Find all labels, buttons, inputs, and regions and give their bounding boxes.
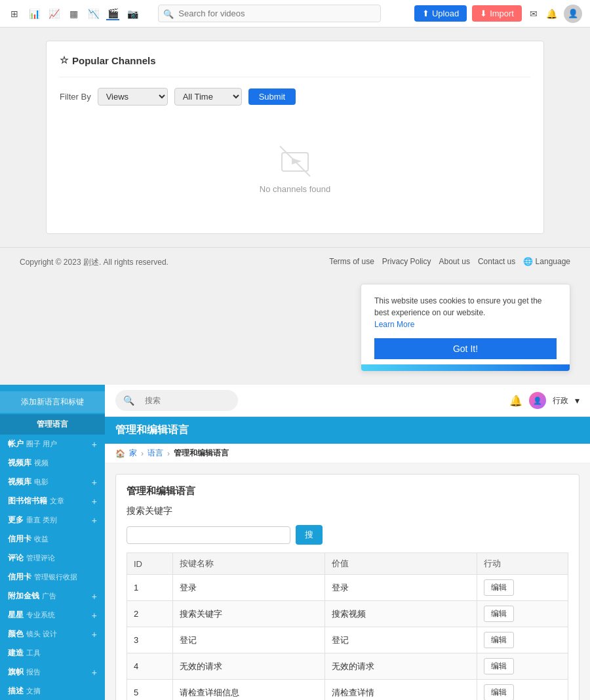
sidebar-item-description[interactable]: 描述 文摘: [0, 682, 105, 700]
keyword-search-input[interactable]: [127, 526, 290, 544]
popular-channels-card: ☆ Popular Channels Filter By ViewsSubscr…: [46, 41, 544, 234]
admin-bell-icon[interactable]: 🔔: [509, 395, 522, 407]
admin-content: 管理和编辑语言 搜索关键字 搜 ID 按键名称 价值: [105, 463, 590, 700]
col-value: 价值: [325, 553, 477, 575]
card-divider: [60, 77, 530, 77]
message-icon[interactable]: ✉: [527, 7, 540, 20]
upload-button[interactable]: ⬆ Upload: [414, 5, 467, 22]
admin-topbar-right: 🔔 👤 行政 ▾: [509, 392, 580, 409]
edit-button[interactable]: 编辑: [484, 658, 514, 674]
admin-page-title: 管理和编辑语言: [105, 417, 590, 444]
table-icon[interactable]: ▦: [67, 7, 80, 20]
language-link[interactable]: 🌐 Language: [523, 257, 570, 266]
sidebar-item-library-books[interactable]: 图书馆书籍 文章 +: [0, 492, 105, 511]
copyright-text: Copyright © 2023 剧述. All rights reserved…: [20, 258, 168, 267]
sidebar-item-account[interactable]: 帐户 圈子 用户 +: [0, 435, 105, 454]
admin-main-wrapper: 🔍 🔔 👤 行政 ▾ 管理和编辑语言 🏠 家 › 语言 › 管理和编: [105, 385, 590, 700]
admin-main: 🔍 🔔 👤 行政 ▾ 管理和编辑语言 🏠 家 › 语言 › 管理和编: [105, 385, 590, 700]
card-title: ☆ Popular Channels: [60, 54, 530, 66]
col-key: 按键名称: [173, 553, 325, 575]
table-row: 1 登录 登录 编辑: [127, 575, 568, 601]
breadcrumb: 🏠 家 › 语言 › 管理和编辑语言: [105, 444, 590, 463]
edit-button[interactable]: 编辑: [484, 684, 514, 700]
cookie-section: This website uses cookies to ensure you …: [0, 277, 590, 385]
chart2-icon[interactable]: 📉: [87, 7, 100, 20]
no-channel-icon: [279, 145, 311, 178]
trend-icon[interactable]: 📈: [47, 7, 60, 20]
admin-content-title: 管理和编辑语言: [127, 485, 568, 497]
sidebar-item-flag[interactable]: 旗帜 报告 +: [0, 663, 105, 682]
admin-search-icon: 🔍: [123, 395, 134, 406]
terms-link[interactable]: Terms of use: [329, 257, 374, 266]
admin-avatar[interactable]: 👤: [529, 392, 546, 409]
sidebar-item-credit-bank[interactable]: 信用卡 管理银行收据: [0, 568, 105, 587]
about-link[interactable]: About us: [439, 257, 470, 266]
admin-search-bar: 🔍: [115, 390, 238, 411]
admin-search-input[interactable]: [138, 393, 230, 408]
sidebar-item-build[interactable]: 建造 工具: [0, 644, 105, 663]
home-icon: 🏠: [115, 449, 125, 458]
admin-section: 添加新语言和标键 管理语言 帐户 圈子 用户 + 视频库 视频 视频库 电影 +…: [0, 385, 590, 700]
admin-search-row: 搜索关键字: [127, 505, 568, 517]
top-nav-right: ⬆ Upload ⬇ Import ✉ 🔔 👤: [414, 5, 582, 23]
search-icon: 🔍: [163, 9, 174, 18]
admin-search-input-row: 搜: [127, 525, 568, 545]
breadcrumb-current: 管理和编辑语言: [174, 448, 229, 459]
bar-chart-icon[interactable]: 📊: [28, 7, 41, 20]
submit-button[interactable]: Submit: [248, 88, 296, 105]
sidebar-item-add-money[interactable]: 附加金钱 广告 +: [0, 587, 105, 606]
manage-language-title: 管理语言: [0, 414, 105, 435]
contact-link[interactable]: Contact us: [478, 257, 515, 266]
add-language-button[interactable]: 添加新语言和标键: [0, 391, 105, 413]
filter-row: Filter By ViewsSubscribersVideos All Tim…: [60, 88, 530, 106]
search-button[interactable]: 搜: [296, 525, 323, 545]
search-bar: 🔍: [158, 5, 381, 22]
nav-icons: ⊞ 📊 📈 ▦ 📉 🎬 📷: [8, 7, 139, 20]
sidebar-item-video-library[interactable]: 视频库 视频: [0, 454, 105, 473]
camera-icon[interactable]: 📷: [126, 7, 139, 20]
table-row: 4 无效的请求 无效的请求 编辑: [127, 653, 568, 680]
cookie-banner: This website uses cookies to ensure you …: [361, 284, 570, 372]
sidebar-item-review[interactable]: 评论 管理评论: [0, 549, 105, 568]
got-it-button[interactable]: Got It!: [374, 338, 557, 359]
admin-sidebar: 添加新语言和标键 管理语言 帐户 圈子 用户 + 视频库 视频 视频库 电影 +…: [0, 385, 105, 700]
star-icon: ☆: [60, 54, 68, 66]
grid-icon[interactable]: ⊞: [8, 7, 21, 20]
breadcrumb-language[interactable]: 语言: [148, 448, 163, 459]
import-button[interactable]: ⬇ Import: [472, 5, 522, 22]
sidebar-item-credit-card[interactable]: 信用卡 收益: [0, 530, 105, 549]
video-icon[interactable]: 🎬: [106, 7, 119, 20]
bell-icon[interactable]: 🔔: [545, 7, 559, 20]
footer: Terms of use Privacy Policy About us Con…: [0, 247, 590, 277]
search-keyword-label: 搜索关键字: [127, 505, 172, 517]
table-row: 2 搜索关键字 搜索视频 编辑: [127, 601, 568, 627]
cookie-text: This website uses cookies to ensure you …: [374, 295, 557, 330]
empty-state: No channels found: [60, 119, 530, 220]
sidebar-item-color[interactable]: 颜色 镜头 设计 +: [0, 625, 105, 644]
table-row: 3 登记 登记 编辑: [127, 627, 568, 653]
filter-views-select[interactable]: ViewsSubscribersVideos: [98, 88, 168, 106]
admin-chevron-down-icon[interactable]: ▾: [575, 395, 580, 406]
privacy-link[interactable]: Privacy Policy: [382, 257, 431, 266]
admin-content-card: 管理和编辑语言 搜索关键字 搜 ID 按键名称 价值: [115, 474, 580, 700]
import-icon: ⬇: [480, 9, 487, 18]
col-id: ID: [127, 553, 173, 575]
admin-topbar: 🔍 🔔 👤 行政 ▾: [105, 385, 590, 417]
top-navigation: ⊞ 📊 📈 ▦ 📉 🎬 📷 🔍 ⬆ Upload ⬇ Import ✉ 🔔 👤: [0, 0, 590, 28]
avatar[interactable]: 👤: [564, 5, 582, 23]
search-input[interactable]: [158, 5, 381, 22]
edit-button[interactable]: 编辑: [484, 579, 514, 596]
col-action: 行动: [477, 553, 568, 575]
learn-more-link[interactable]: Learn More: [374, 320, 414, 329]
popular-channels-section: ☆ Popular Channels Filter By ViewsSubscr…: [0, 28, 590, 247]
edit-button[interactable]: 编辑: [484, 632, 514, 648]
breadcrumb-home[interactable]: 家: [129, 448, 137, 459]
table-row: 5 请检查详细信息 清检查详情 编辑: [127, 680, 568, 701]
edit-button[interactable]: 编辑: [484, 606, 514, 622]
filter-time-select[interactable]: All TimeThis WeekThis Month: [174, 88, 242, 106]
footer-links: Terms of use Privacy Policy About us Con…: [329, 257, 570, 266]
upload-icon: ⬆: [422, 9, 429, 18]
sidebar-item-star[interactable]: 星星 专业系统 +: [0, 606, 105, 625]
sidebar-item-more[interactable]: 更多 垂直 类别 +: [0, 511, 105, 530]
sidebar-item-video-movies[interactable]: 视频库 电影 +: [0, 473, 105, 492]
